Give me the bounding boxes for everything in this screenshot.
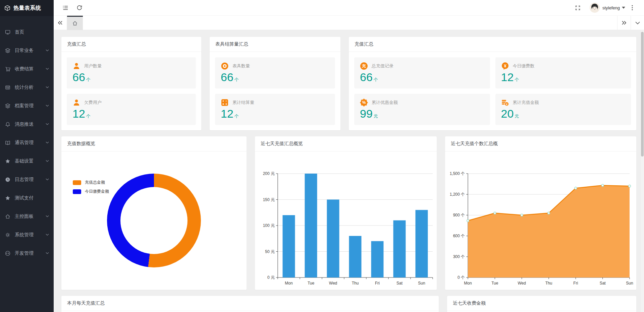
svg-text:¥: ¥ bbox=[506, 103, 507, 106]
chevron-down-icon bbox=[46, 49, 49, 52]
app-logo: 热量表系统 bbox=[0, 0, 54, 16]
legend-label: 充值总金额 bbox=[85, 180, 105, 185]
stats-row: 充值汇总 用户数量 66个 欠 bbox=[61, 37, 636, 130]
sidebar-item-label: 档案管理 bbox=[15, 103, 46, 109]
stat-label: 表具数量 bbox=[232, 63, 250, 69]
svg-text:900 个: 900 个 bbox=[453, 213, 465, 217]
stat-total-settlement: 累计结算量 12个 bbox=[215, 94, 335, 125]
dashboard-icon bbox=[5, 29, 10, 35]
tab-home[interactable] bbox=[67, 16, 83, 30]
svg-text:200 元: 200 元 bbox=[263, 171, 275, 176]
sidebar-item-statistics[interactable]: 统计分析 bbox=[0, 78, 54, 97]
stat-value: 12个 bbox=[72, 107, 190, 121]
sidebar-item-basic-settings[interactable]: 基础设置 bbox=[0, 152, 54, 170]
svg-text:Mon: Mon bbox=[285, 281, 292, 286]
tab-strip-empty bbox=[83, 16, 617, 30]
svg-text:Tue: Tue bbox=[491, 281, 498, 286]
area-chart: 0 个300 个600 个900 个1,200 个1,500 个MonTueWe… bbox=[445, 151, 636, 290]
cart-icon bbox=[5, 66, 10, 72]
sidebar-item-label: 系统管理 bbox=[15, 232, 46, 238]
home-icon bbox=[5, 214, 10, 219]
sidebar-item-label: 开发管理 bbox=[15, 250, 46, 256]
caret-down-icon[interactable] bbox=[622, 7, 625, 9]
svg-text:0 个: 0 个 bbox=[458, 275, 465, 280]
refresh-button[interactable] bbox=[72, 0, 87, 16]
tabs-scroll-right-button[interactable] bbox=[617, 16, 631, 30]
donut-ring bbox=[107, 174, 201, 267]
main-area: stylefeng bbox=[54, 0, 644, 312]
discount-icon: % bbox=[360, 99, 368, 107]
chevron-down-icon bbox=[46, 123, 49, 125]
legend-item[interactable]: 充值总金额 bbox=[73, 180, 109, 185]
user-avatar[interactable] bbox=[590, 3, 600, 13]
menu-fold-button[interactable] bbox=[58, 0, 72, 16]
chevron-down-icon bbox=[46, 105, 49, 107]
fullscreen-button[interactable] bbox=[571, 0, 585, 16]
refresh-icon bbox=[76, 5, 83, 11]
card-title: 表具结算量汇总 bbox=[210, 37, 340, 52]
stat-value: 66个 bbox=[72, 70, 190, 84]
card-recharge-totals: 充值汇总 充 总充值记录 66个 ¥ bbox=[349, 37, 636, 130]
username[interactable]: stylefeng bbox=[602, 5, 620, 10]
card-title: 近七天收费金额 bbox=[447, 296, 636, 311]
sidebar-item-message-push[interactable]: 消息推送 bbox=[0, 115, 54, 133]
coins-icon: ¥ bbox=[501, 99, 509, 107]
legend-swatch bbox=[73, 189, 81, 194]
yen-bubble-icon: ¥ bbox=[501, 62, 509, 70]
svg-text:Mon: Mon bbox=[464, 281, 472, 286]
stat-meter-count: 表具数量 66个 bbox=[215, 57, 335, 88]
header-right: stylefeng bbox=[571, 0, 639, 16]
charts-row: 充值数据概览 充值总金额 今日缴费金额 bbox=[61, 136, 636, 290]
sidebar-item-label: 消息推送 bbox=[15, 121, 46, 127]
layers-icon bbox=[5, 48, 10, 53]
menu-fold-icon bbox=[62, 5, 69, 11]
fullscreen-icon bbox=[575, 5, 581, 11]
sidebar-item-archives[interactable]: 档案管理 bbox=[0, 97, 54, 115]
more-menu-button[interactable] bbox=[625, 0, 639, 16]
svg-text:充: 充 bbox=[362, 64, 366, 68]
star-icon bbox=[5, 159, 10, 164]
sidebar-item-fee-settlement[interactable]: 收费结算 bbox=[0, 60, 54, 78]
svg-text:Wed: Wed bbox=[329, 281, 337, 286]
svg-text:Wed: Wed bbox=[518, 281, 526, 286]
svg-text:Thu: Thu bbox=[545, 281, 552, 286]
stat-label: 今日缴费数 bbox=[513, 63, 535, 69]
sidebar-item-home[interactable]: 首页 bbox=[0, 23, 54, 41]
sidebar-item-development[interactable]: 开发管理 bbox=[0, 244, 54, 262]
sidebar-item-system[interactable]: 系统管理 bbox=[0, 226, 54, 244]
svg-text:¥: ¥ bbox=[504, 63, 506, 68]
svg-text:600 个: 600 个 bbox=[453, 234, 465, 238]
card-title: 充值汇总 bbox=[61, 37, 201, 52]
stat-value: 12个 bbox=[501, 70, 626, 84]
log-icon bbox=[5, 177, 10, 182]
scrollbar-thumb[interactable] bbox=[641, 32, 644, 157]
stat-total-discount: % 累计优惠金额 99元 bbox=[354, 94, 490, 125]
sidebar-item-test-payment[interactable]: 测试支付 bbox=[0, 189, 54, 207]
vertical-scrollbar bbox=[641, 30, 644, 312]
stat-label: 总充值记录 bbox=[372, 63, 393, 69]
tabs-scroll-left-button[interactable] bbox=[54, 16, 67, 30]
card-recharge-summary: 充值汇总 用户数量 66个 欠 bbox=[61, 37, 201, 130]
svg-text:Thu: Thu bbox=[352, 281, 359, 286]
bell-icon bbox=[5, 122, 10, 127]
card-recharge-overview: 充值数据概览 充值总金额 今日缴费金额 bbox=[61, 136, 247, 290]
tab-bar bbox=[54, 16, 644, 30]
layers-icon bbox=[5, 103, 10, 109]
svg-text:Fri: Fri bbox=[573, 281, 578, 286]
svg-text:Sun: Sun bbox=[418, 281, 425, 286]
tabs-dropdown-button[interactable] bbox=[631, 16, 644, 30]
svg-text:1,200 个: 1,200 个 bbox=[450, 192, 465, 197]
sidebar-item-daily-business[interactable]: 日常业务 bbox=[0, 41, 54, 60]
legend-item[interactable]: 今日缴费金额 bbox=[73, 189, 109, 194]
chevron-down-icon bbox=[46, 215, 49, 217]
star-icon bbox=[5, 195, 10, 201]
svg-text:0 元: 0 元 bbox=[267, 275, 275, 280]
stat-total-recharge-amount: ¥ 累计充值金额 20元 bbox=[495, 94, 631, 125]
app-title: 热量表系统 bbox=[13, 5, 41, 12]
sidebar-item-label: 日志管理 bbox=[15, 177, 46, 183]
sidebar-item-logs[interactable]: 日志管理 bbox=[0, 170, 54, 189]
sidebar-item-main-panel[interactable]: 主控面板 bbox=[0, 207, 54, 226]
sidebar-item-communication[interactable]: 通讯管理 bbox=[0, 133, 54, 152]
user-icon bbox=[72, 99, 80, 107]
sidebar-item-label: 日常业务 bbox=[15, 48, 46, 54]
